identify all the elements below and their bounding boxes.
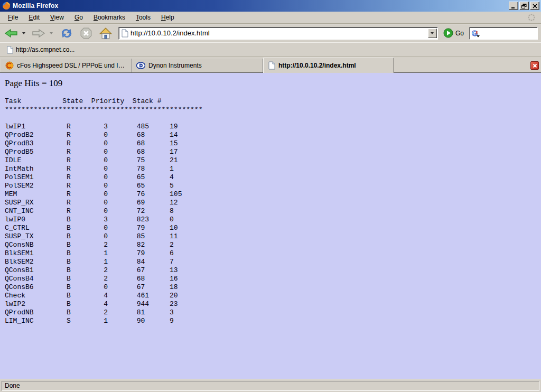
reload-button[interactable] — [59, 26, 74, 40]
home-button[interactable] — [98, 26, 113, 40]
stop-button[interactable] — [79, 26, 93, 40]
tab-label: cFos Highspeed DSL / PPPoE und ISDN CAP.… — [17, 62, 127, 69]
tab-label: http://10.0.10.2/index.html — [278, 62, 356, 69]
tab-bar: cFos Highspeed DSL / PPPoE und ISDN CAP.… — [0, 57, 541, 73]
menu-tools[interactable]: Tools — [131, 12, 155, 23]
page-content: Page Hits = 109 Task State Priority Stac… — [0, 73, 541, 379]
forward-button[interactable] — [31, 26, 46, 40]
bookmark-label: http://as.cmpnet.co... — [16, 46, 74, 53]
bookmarks-toolbar: http://as.cmpnet.co... — [0, 42, 541, 57]
page-icon — [268, 61, 275, 70]
menu-bar: File Edit View Go Bookmarks Tools Help — [0, 12, 541, 24]
menu-go[interactable]: Go — [70, 12, 88, 23]
title-bar[interactable]: Mozilla Firefox — [0, 0, 541, 12]
close-icon — [533, 63, 537, 68]
firefox-logo-icon — [2, 2, 11, 10]
throbber-icon — [527, 13, 536, 22]
page-icon — [121, 29, 128, 38]
close-window-button[interactable] — [530, 2, 539, 10]
restore-button[interactable] — [519, 2, 529, 10]
forward-dropdown-icon[interactable] — [50, 32, 53, 34]
status-bar: Done — [0, 379, 541, 392]
browser-window: Mozilla Firefox File Edit — [0, 0, 541, 392]
window-title: Mozilla Firefox — [13, 2, 507, 10]
tab-active-10-0-10-2[interactable]: http://10.0.10.2/index.html — [263, 58, 394, 73]
tab-dynon[interactable]: Dynon Instruments — [132, 59, 263, 72]
cfos-icon — [5, 61, 14, 70]
go-button-label: Go — [455, 30, 464, 37]
status-text: Done — [2, 381, 539, 391]
bookmark-item[interactable]: http://as.cmpnet.co... — [4, 45, 77, 55]
go-button[interactable]: Go — [440, 28, 467, 38]
page-hits-text: Page Hits = 109 — [5, 78, 541, 89]
search-box: G — [469, 27, 538, 40]
page-icon — [6, 46, 13, 54]
menu-view[interactable]: View — [45, 12, 69, 23]
url-input[interactable] — [130, 27, 426, 39]
menu-bookmarks[interactable]: Bookmarks — [89, 12, 130, 23]
url-bar — [118, 27, 438, 40]
back-button[interactable] — [3, 26, 19, 40]
navigation-toolbar: Go G — [0, 24, 541, 42]
task-table: Task State Priority Stack # ************… — [5, 97, 541, 325]
close-tab-button[interactable] — [530, 61, 539, 70]
menu-edit[interactable]: Edit — [24, 12, 44, 23]
back-dropdown-icon[interactable] — [22, 32, 25, 34]
url-dropdown-button[interactable] — [428, 29, 437, 38]
tab-label: Dynon Instruments — [148, 62, 202, 69]
search-input[interactable] — [482, 27, 541, 39]
go-icon — [443, 28, 453, 38]
chevron-down-icon — [431, 32, 434, 34]
menu-file[interactable]: File — [3, 12, 23, 23]
menu-help[interactable]: Help — [156, 12, 179, 23]
google-search-icon: G — [471, 29, 481, 38]
minimize-button[interactable] — [509, 2, 518, 10]
tab-cfos[interactable]: cFos Highspeed DSL / PPPoE und ISDN CAP.… — [1, 59, 132, 72]
dynon-icon — [136, 62, 145, 69]
